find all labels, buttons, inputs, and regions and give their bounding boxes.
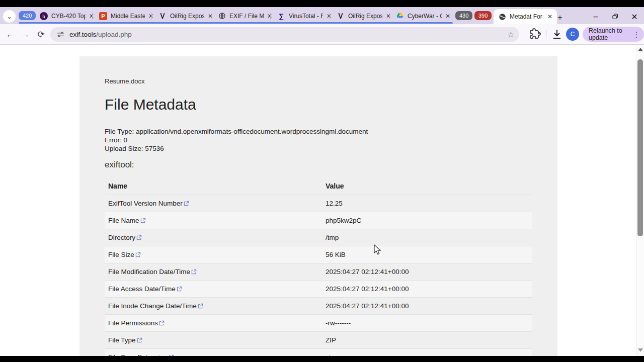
- mouse-cursor: [373, 244, 381, 255]
- extensions-icon[interactable]: [529, 28, 541, 40]
- exiftool-section-heading: exiftool:: [105, 160, 532, 170]
- error-line: Error: 0: [105, 136, 532, 144]
- tab-group-chip-red[interactable]: 390: [474, 11, 492, 20]
- page-title: File Metadata: [105, 96, 532, 113]
- external-link-icon: [137, 337, 142, 343]
- table-row: File Modification Date/Time 2025:04:27 0…: [105, 263, 532, 281]
- external-link-icon: [198, 303, 203, 309]
- scroll-down-arrow-icon[interactable]: [638, 348, 643, 352]
- tag-name-link[interactable]: File Modification Date/Time: [108, 268, 190, 276]
- site-info-icon[interactable]: [56, 30, 65, 39]
- external-link-icon: [177, 286, 182, 292]
- menu-kebab-icon[interactable]: ⋮: [631, 28, 641, 41]
- table-row: Directory /tmp: [105, 229, 532, 246]
- tab-oilrig-1[interactable]: OilRig Expose ✕: [154, 9, 217, 23]
- tab-group-chip-gray[interactable]: 430: [455, 11, 472, 20]
- bookmark-star-icon[interactable]: ☆: [508, 30, 514, 39]
- tab-divider: [270, 13, 271, 20]
- url-path: /upload.php: [96, 31, 132, 38]
- tag-value: 12.25: [322, 195, 532, 212]
- tab-divider: [330, 13, 330, 20]
- forward-button[interactable]: →: [19, 28, 32, 41]
- canvas-h-icon: h: [40, 12, 48, 20]
- tab-label: Middle Easter: [111, 13, 145, 20]
- back-button[interactable]: ←: [4, 28, 17, 41]
- table-header-row: Name Value: [105, 178, 532, 195]
- tag-name-link[interactable]: File Inode Change Date/Time: [108, 302, 197, 310]
- tab-divider: [151, 13, 152, 20]
- page-content: Resume.docx File Metadata File Type: app…: [0, 45, 636, 356]
- tag-value: 2025:04:27 02:12:41+00:00: [322, 263, 532, 281]
- tab-label: OilRig Expose: [348, 13, 382, 20]
- tag-value: 2025:04:27 02:12:41+00:00: [322, 281, 532, 298]
- vertical-scrollbar[interactable]: [636, 45, 644, 356]
- download-icon[interactable]: [551, 28, 563, 40]
- tab-cyberwar[interactable]: CyberWar - G ✕: [391, 9, 455, 23]
- chevron-down-icon: ⌄: [7, 13, 12, 20]
- tag-name-link[interactable]: File Size: [108, 251, 134, 258]
- table-row: File Permissions -rw-------: [105, 315, 532, 332]
- tag-name-link[interactable]: File Type: [108, 336, 136, 344]
- tag-value: 56 KiB: [322, 246, 532, 263]
- scroll-up-arrow-icon[interactable]: [638, 48, 643, 51]
- column-header-name: Name: [105, 178, 322, 195]
- url-text: exif.tools/upload.php: [69, 31, 132, 38]
- external-link-icon: [135, 252, 141, 257]
- table-row: File Size 56 KiB: [105, 246, 532, 263]
- dark-globe-icon: [498, 13, 506, 21]
- table-row: File Inode Change Date/Time 2025:04:27 0…: [105, 298, 532, 315]
- tab-strip: ⌄ 420 h CYB-420 Top ✕ P Middle Easter ✕ …: [0, 7, 644, 24]
- url-host: exif.tools: [69, 31, 96, 38]
- table-row: File Type ZIP: [105, 332, 532, 349]
- tag-value: php5kw2pC: [322, 212, 532, 229]
- tag-name-link[interactable]: ExifTool Version Number: [108, 200, 183, 207]
- tag-value: 2025:04:27 02:12:41+00:00: [322, 298, 532, 315]
- tag-name-link[interactable]: File Name: [108, 217, 139, 224]
- metadata-card: Resume.docx File Metadata File Type: app…: [79, 56, 557, 356]
- tab-virustotal[interactable]: ∑ VirusTotal - F ✕: [273, 9, 336, 23]
- tag-name-link[interactable]: File Permissions: [108, 319, 158, 327]
- reload-button[interactable]: ⟳: [34, 28, 48, 41]
- window-bottom-strip: [0, 356, 644, 362]
- close-icon[interactable]: ✕: [546, 13, 554, 21]
- tab-middle-eastern[interactable]: P Middle Easter ✕: [95, 9, 158, 23]
- tab-label: Metadat For: [510, 13, 544, 20]
- globe-icon: [218, 12, 226, 20]
- exif-table: Name Value ExifTool Version Number 12.25…: [105, 178, 532, 362]
- v-logo-icon: [158, 12, 167, 20]
- window-minimize-button[interactable]: –: [589, 11, 603, 22]
- table-row: File Access Date/Time 2025:04:27 02:12:4…: [105, 281, 532, 298]
- address-bar[interactable]: exif.tools/upload.php ☆: [50, 27, 519, 42]
- tab-label: EXIF / File Me: [229, 13, 264, 20]
- window-top-strip: [0, 0, 644, 7]
- tab-oilrig-2[interactable]: OilRig Expose ✕: [332, 9, 395, 23]
- powerpoint-icon: P: [99, 12, 107, 20]
- tab-search-button[interactable]: ⌄: [3, 10, 16, 23]
- window-close-button[interactable]: ✕: [627, 11, 641, 22]
- scrollbar-thumb[interactable]: [637, 59, 643, 236]
- external-link-icon: [159, 320, 165, 326]
- tab-metadata-active[interactable]: Metadat For ✕: [494, 9, 557, 24]
- tab-label: VirusTotal - F: [289, 13, 323, 20]
- google-drive-icon: [396, 12, 404, 20]
- profile-avatar[interactable]: C: [566, 28, 579, 41]
- tab-exif-file[interactable]: EXIF / File Me ✕: [213, 9, 277, 23]
- tab-label: CyberWar - G: [408, 13, 442, 20]
- virustotal-sigma-icon: ∑: [277, 12, 285, 20]
- tag-name-link[interactable]: File Access Date/Time: [108, 285, 176, 293]
- tab-label: CYB-420 Top: [51, 13, 86, 20]
- toolbar-divider: [546, 30, 546, 39]
- close-icon[interactable]: ✕: [444, 12, 452, 20]
- new-tab-button[interactable]: +: [554, 12, 566, 23]
- window-restore-button[interactable]: [608, 11, 622, 22]
- tag-name-link[interactable]: Directory: [108, 234, 135, 241]
- table-row: ExifTool Version Number 12.25: [105, 195, 532, 212]
- external-link-icon: [184, 201, 189, 206]
- upload-size-line: Upload Size: 57536: [105, 144, 532, 153]
- v-logo-icon: [337, 12, 345, 20]
- tag-value: /tmp: [322, 229, 532, 246]
- tag-value: ZIP: [322, 332, 532, 349]
- tab-group-chip-blue[interactable]: 420: [19, 11, 36, 20]
- tab-cyb420[interactable]: h CYB-420 Top ✕: [35, 9, 99, 23]
- tab-divider: [92, 13, 93, 20]
